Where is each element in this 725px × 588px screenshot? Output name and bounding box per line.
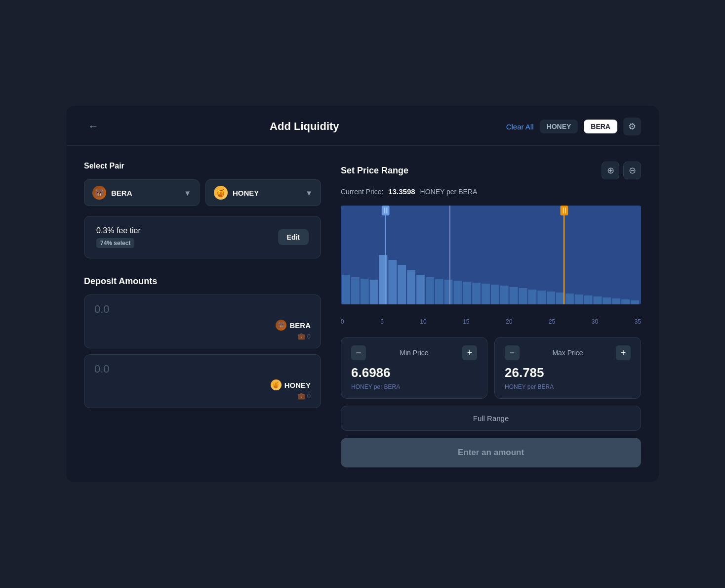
bera-deposit-token-label: 🐻 BERA xyxy=(276,320,311,331)
svg-rect-9 xyxy=(416,275,425,304)
svg-rect-13 xyxy=(454,281,462,304)
svg-rect-40 xyxy=(563,208,564,213)
left-panel: Select Pair 🐻 BERA ▼ 🍯 HONEY ▼ 0.3% fee … xyxy=(84,162,341,467)
max-price-box: − Max Price + 26.785 HONEY per BERA xyxy=(494,337,641,399)
wallet-icon-2: 💼 xyxy=(297,392,305,400)
svg-rect-29 xyxy=(603,297,611,304)
svg-rect-7 xyxy=(398,265,406,304)
svg-rect-14 xyxy=(463,282,471,304)
svg-rect-38 xyxy=(564,206,565,304)
honey-token-selector[interactable]: 🍯 HONEY ▼ xyxy=(205,179,321,206)
zoom-out-button[interactable]: ⊖ xyxy=(623,162,641,179)
zoom-in-icon: ⊕ xyxy=(607,165,614,176)
svg-rect-2 xyxy=(351,277,360,304)
svg-rect-37 xyxy=(449,206,450,304)
svg-rect-23 xyxy=(547,292,555,304)
current-price-unit: HONEY per BERA xyxy=(420,188,478,196)
chart-x-labels: 0 5 10 15 20 25 30 35 xyxy=(341,316,641,327)
min-price-minus-button[interactable]: − xyxy=(351,345,366,360)
svg-rect-35 xyxy=(384,208,385,213)
svg-rect-8 xyxy=(407,270,415,304)
bera-token-selector[interactable]: 🐻 BERA ▼ xyxy=(84,179,200,206)
bera-icon: 🐻 xyxy=(92,186,106,200)
max-price-minus-button[interactable]: − xyxy=(505,345,520,360)
price-range-title: Set Price Range xyxy=(341,166,408,176)
honey-deposit-amount: 0.0 xyxy=(94,363,311,376)
pair-selectors: 🐻 BERA ▼ 🍯 HONEY ▼ xyxy=(84,179,321,206)
edit-fee-button[interactable]: Edit xyxy=(278,229,309,245)
svg-rect-16 xyxy=(482,284,490,304)
svg-rect-24 xyxy=(556,293,564,304)
max-price-header: − Max Price + xyxy=(505,345,631,360)
svg-rect-18 xyxy=(500,286,509,304)
svg-rect-41 xyxy=(565,208,566,213)
max-price-unit: HONEY per BERA xyxy=(505,383,631,390)
svg-rect-28 xyxy=(594,296,602,304)
right-panel: Set Price Range ⊕ ⊖ Current Price: 13.35… xyxy=(341,162,641,467)
enter-amount-button[interactable]: Enter an amount xyxy=(341,438,641,467)
svg-rect-36 xyxy=(386,208,387,213)
svg-rect-6 xyxy=(388,260,397,304)
deposit-amounts-title: Deposit Amounts xyxy=(84,276,321,287)
bera-deposit-box[interactable]: 0.0 🐻 BERA 💼 0 xyxy=(84,294,321,348)
min-price-plus-button[interactable]: + xyxy=(462,345,477,360)
max-price-plus-button[interactable]: + xyxy=(616,345,631,360)
select-pair-title: Select Pair xyxy=(84,162,321,170)
zoom-buttons: ⊕ ⊖ xyxy=(602,162,641,179)
svg-rect-19 xyxy=(510,287,518,304)
current-price-value: 13.3598 xyxy=(388,187,415,196)
price-range-header: Set Price Range ⊕ ⊖ xyxy=(341,162,641,179)
bera-deposit-amount: 0.0 xyxy=(94,303,311,316)
bera-token-label: BERA xyxy=(111,189,132,197)
svg-rect-4 xyxy=(370,280,378,304)
header-right: Clear All HONEY BERA ⚙ xyxy=(506,118,641,135)
svg-rect-3 xyxy=(361,279,369,304)
svg-rect-30 xyxy=(612,298,620,304)
bera-deposit-token-row: 🐻 BERA xyxy=(94,320,311,331)
svg-rect-20 xyxy=(519,288,527,304)
svg-rect-22 xyxy=(537,291,546,304)
zoom-in-button[interactable]: ⊕ xyxy=(602,162,619,179)
honey-token-label: HONEY xyxy=(233,189,259,197)
honey-deposit-box[interactable]: 0.0 🍯 HONEY 💼 0 xyxy=(84,354,321,408)
svg-rect-33 xyxy=(385,206,386,304)
fee-tier-label: 0.3% fee tier xyxy=(96,226,141,235)
chevron-down-icon-2: ▼ xyxy=(305,189,313,197)
svg-rect-11 xyxy=(435,279,443,304)
honey-badge[interactable]: HONEY xyxy=(540,120,578,133)
max-price-label: Max Price xyxy=(552,349,583,357)
fee-select-badge: 74% select xyxy=(96,238,134,248)
min-price-value: 6.6986 xyxy=(351,365,477,380)
min-price-header: − Min Price + xyxy=(351,345,477,360)
svg-rect-21 xyxy=(528,290,536,304)
chart-container: 0 5 10 15 20 25 30 35 xyxy=(341,206,641,327)
max-price-value: 26.785 xyxy=(505,365,631,380)
bera-badge[interactable]: BERA xyxy=(584,120,617,133)
svg-rect-1 xyxy=(342,275,350,304)
honey-balance: 💼 0 xyxy=(297,392,311,400)
price-chart xyxy=(341,206,641,314)
page-title: Add Liquidity xyxy=(270,120,339,133)
honey-icon: 🍯 xyxy=(214,186,228,200)
min-price-label: Min Price xyxy=(400,349,428,357)
min-price-box: − Min Price + 6.6986 HONEY per BERA xyxy=(341,337,487,399)
svg-rect-5 xyxy=(379,255,388,304)
svg-rect-12 xyxy=(444,280,453,304)
svg-rect-26 xyxy=(575,294,583,304)
back-button[interactable]: ← xyxy=(84,118,103,135)
fee-tier-info: 0.3% fee tier 74% select xyxy=(96,226,141,248)
zoom-out-icon: ⊖ xyxy=(629,165,636,176)
full-range-button[interactable]: Full Range xyxy=(341,406,641,431)
svg-rect-34 xyxy=(382,206,390,215)
header: ← Add Liquidity Clear All HONEY BERA ⚙ xyxy=(66,106,659,146)
svg-rect-31 xyxy=(621,299,630,304)
clear-all-button[interactable]: Clear All xyxy=(506,123,534,131)
svg-rect-32 xyxy=(631,300,639,304)
svg-rect-15 xyxy=(472,283,481,304)
settings-button[interactable]: ⚙ xyxy=(623,118,641,135)
svg-rect-25 xyxy=(565,294,574,304)
svg-rect-27 xyxy=(584,295,593,304)
current-price-label: Current Price: xyxy=(341,188,383,196)
min-price-unit: HONEY per BERA xyxy=(351,383,477,390)
bera-balance: 💼 0 xyxy=(297,333,311,340)
